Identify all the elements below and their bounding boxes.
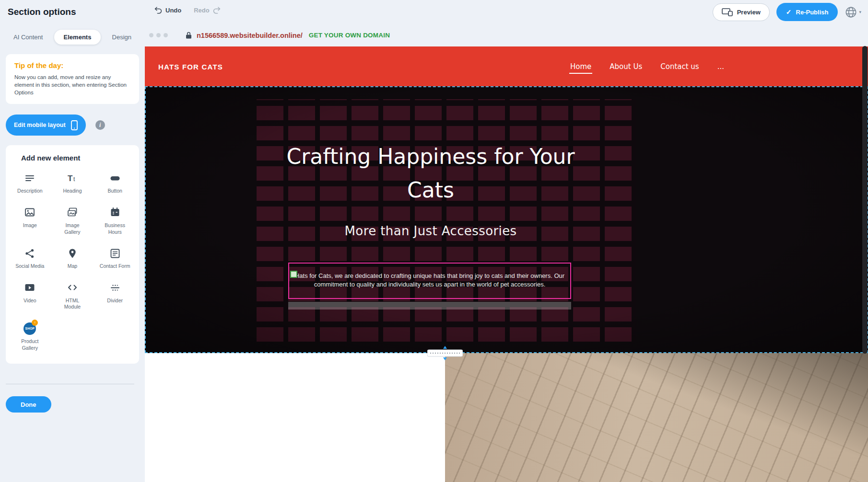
tip-card: Tip of the day: Now you can add, move an… — [6, 54, 139, 104]
tip-body: Now you can add, move and resize any ele… — [14, 73, 130, 96]
product-gallery-icon: SHOP↑ — [23, 322, 36, 335]
element-label: Heading — [63, 188, 82, 195]
svg-text:t: t — [73, 176, 75, 183]
description-icon — [24, 172, 35, 184]
chevron-down-icon: ▾ — [859, 10, 861, 14]
element-label: Image Gallery — [57, 222, 88, 235]
add-element-card: Add new element Description Tt Heading B… — [6, 145, 139, 364]
topbar: Section options Undo Redo — [0, 0, 868, 24]
section-resize-handle[interactable] — [427, 346, 463, 360]
check-icon: ✓ — [786, 8, 792, 16]
redo-label: Redo — [194, 7, 210, 14]
browser-chrome: n1566589.websitebuilder.online/ GET YOUR… — [145, 24, 868, 46]
element-button[interactable]: Button — [94, 172, 136, 195]
upgrade-badge-icon: ↑ — [32, 320, 38, 326]
info-icon[interactable]: i — [95, 120, 105, 130]
site-nav: Home About Us Contact us ... — [569, 46, 725, 86]
element-product-gallery[interactable]: SHOP↑ Product Gallery — [9, 322, 51, 351]
element-label: Business Hours — [100, 222, 130, 235]
sidebar-tabs: AI Content Elements Design — [12, 30, 133, 45]
element-image[interactable]: Image — [9, 206, 51, 235]
nav-more[interactable]: ... — [716, 59, 725, 74]
window-dots — [149, 33, 168, 37]
redo-button[interactable]: Redo — [194, 7, 221, 14]
button-icon — [109, 172, 121, 184]
element-divider[interactable]: Divider — [94, 281, 136, 310]
language-globe-button[interactable]: ▾ — [845, 6, 861, 19]
mobile-layout-row: Edit mobile layout i — [6, 115, 139, 136]
site-url[interactable]: n1566589.websitebuilder.online/ — [197, 32, 303, 39]
tab-design[interactable]: Design — [110, 30, 133, 45]
element-heading[interactable]: Tt Heading — [51, 172, 94, 195]
element-label: Social Media — [15, 263, 44, 270]
window-dot — [149, 33, 153, 37]
paving-photo[interactable] — [445, 353, 868, 482]
element-grid: Description Tt Heading Button Image — [9, 172, 136, 351]
element-html-module[interactable]: HTML Module — [51, 281, 94, 310]
done-button[interactable]: Done — [6, 396, 51, 413]
preview-devices-icon — [722, 8, 733, 16]
lock-icon — [186, 32, 192, 39]
contact-form-icon — [109, 247, 121, 260]
globe-icon — [845, 6, 857, 19]
map-pin-icon — [67, 247, 78, 260]
undo-button[interactable]: Undo — [154, 7, 181, 14]
page-title: Section options — [8, 7, 76, 17]
video-icon — [24, 281, 35, 294]
hero-section[interactable]: Crafting Happiness for Your Cats More th… — [145, 86, 868, 353]
site-logo[interactable]: HATS FOR CATS — [158, 62, 223, 70]
divider-icon — [109, 281, 121, 294]
element-label: Map — [68, 263, 77, 270]
element-label: Image — [23, 222, 37, 229]
republish-label: Re-Publish — [796, 9, 829, 16]
next-section[interactable] — [145, 353, 868, 482]
scrollbar-thumb[interactable] — [862, 46, 868, 354]
element-label: HTML Module — [57, 298, 88, 310]
sidebar: AI Content Elements Design Tip of the da… — [0, 24, 145, 482]
image-gallery-icon — [67, 206, 78, 219]
hero-subheading[interactable]: More than Just Accessories — [282, 224, 579, 238]
element-contact-form[interactable]: Contact Form — [94, 247, 136, 270]
element-business-hours[interactable]: Business Hours — [94, 206, 136, 235]
editor-canvas: n1566589.websitebuilder.online/ GET YOUR… — [145, 24, 868, 482]
undo-label: Undo — [165, 7, 181, 14]
element-label: Button — [107, 188, 122, 195]
element-map[interactable]: Map — [51, 247, 94, 270]
window-dot — [164, 33, 168, 37]
hero-paragraph-text: Hats for Cats, we are dedicated to craft… — [292, 272, 567, 289]
element-description[interactable]: Description — [9, 172, 51, 195]
tab-ai-content[interactable]: AI Content — [12, 30, 45, 45]
republish-button[interactable]: ✓ Re-Publish — [776, 3, 838, 21]
ghost-element-bar — [288, 302, 571, 310]
edit-mobile-layout-button[interactable]: Edit mobile layout — [6, 115, 86, 136]
hero-paragraph-selected[interactable]: Hats for Cats, we are dedicated to craft… — [288, 263, 571, 299]
tip-heading: Tip of the day: — [14, 61, 130, 69]
site-preview: HATS FOR CATS Home About Us Contact us .… — [145, 46, 868, 482]
preview-label: Preview — [737, 9, 761, 16]
window-dot — [156, 33, 161, 37]
phone-icon — [71, 120, 78, 130]
business-hours-icon — [109, 206, 121, 219]
edit-mobile-layout-label: Edit mobile layout — [14, 122, 66, 128]
get-domain-link[interactable]: GET YOUR OWN DOMAIN — [309, 32, 390, 39]
selection-handle[interactable] — [290, 271, 297, 278]
element-label: Contact Form — [100, 263, 130, 270]
element-video[interactable]: Video — [9, 281, 51, 310]
history-controls: Undo Redo — [154, 7, 221, 14]
preview-button[interactable]: Preview — [713, 3, 770, 21]
tab-elements[interactable]: Elements — [54, 30, 101, 45]
nav-home[interactable]: Home — [569, 59, 592, 74]
element-label: Description — [17, 188, 43, 195]
nav-contact-us[interactable]: Contact us — [659, 59, 700, 74]
hero-heading[interactable]: Crafting Happiness for Your Cats — [282, 140, 579, 207]
element-label: Divider — [107, 298, 123, 304]
topbar-actions: Preview ✓ Re-Publish ▾ — [713, 3, 861, 21]
site-header[interactable]: HATS FOR CATS Home About Us Contact us .… — [145, 46, 868, 86]
html-module-icon — [67, 281, 78, 294]
element-label: Video — [23, 298, 36, 304]
element-social-media[interactable]: Social Media — [9, 247, 51, 270]
nav-about-us[interactable]: About Us — [609, 59, 643, 74]
element-image-gallery[interactable]: Image Gallery — [51, 206, 94, 235]
add-element-title: Add new element — [21, 154, 136, 162]
svg-text:T: T — [68, 174, 73, 183]
